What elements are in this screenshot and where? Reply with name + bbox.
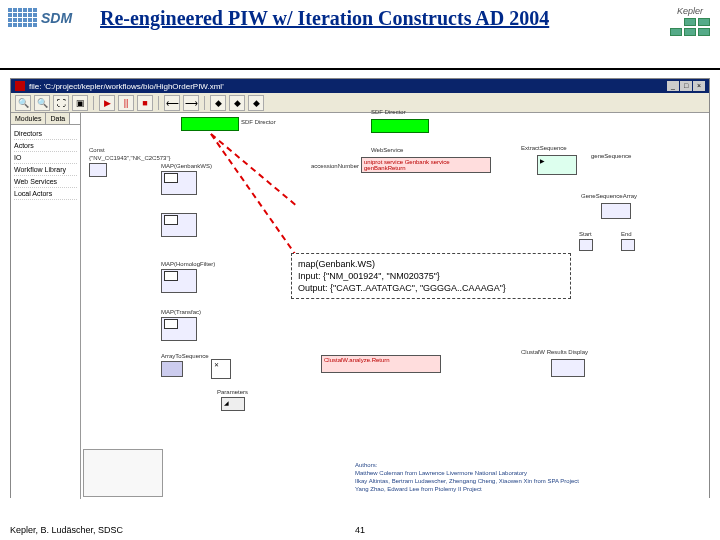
window-titlebar[interactable]: file: 'C:/project/kepler/workflows/bio/H… bbox=[11, 79, 709, 93]
play-button[interactable]: ▶ bbox=[99, 95, 115, 111]
map-transfac-label: MAP(Transfac) bbox=[161, 309, 201, 315]
const-label: Const bbox=[89, 147, 105, 153]
accession-label: accessionNumber bbox=[311, 163, 359, 169]
geneseq-label: geneSequence bbox=[591, 153, 631, 159]
maximize-button[interactable]: □ bbox=[680, 81, 692, 91]
tree-item[interactable]: Directors bbox=[14, 128, 77, 140]
sdf-director-2[interactable] bbox=[371, 119, 429, 133]
mapbox-l2: Input: {"NM_001924", "NM020375"} bbox=[298, 270, 564, 282]
page-number: 41 bbox=[355, 525, 365, 535]
map-homolog-actor[interactable] bbox=[161, 269, 197, 293]
genearr-label: GeneSequenceArray bbox=[581, 193, 637, 199]
clustalw-actor[interactable]: ClustalW.analyze.Return bbox=[321, 355, 441, 373]
const-actor[interactable] bbox=[89, 163, 107, 177]
sdm-logo: SDM bbox=[8, 8, 72, 27]
pause-button[interactable]: || bbox=[118, 95, 134, 111]
app-icon bbox=[15, 81, 25, 91]
history-icon[interactable]: ◆ bbox=[210, 95, 226, 111]
start-label: Start bbox=[579, 231, 592, 237]
genearr-actor[interactable] bbox=[601, 203, 631, 219]
authors-line: Matthew Coleman from Lawrence Livermore … bbox=[355, 469, 579, 477]
tree-item[interactable]: Actors bbox=[14, 140, 77, 152]
zoom-out-button[interactable]: 🔍 bbox=[34, 95, 50, 111]
minimize-button[interactable]: _ bbox=[667, 81, 679, 91]
extract-label: ExtractSequence bbox=[521, 145, 567, 151]
zoom-fit-button[interactable]: ⛶ bbox=[53, 95, 69, 111]
history-icon[interactable]: ◆ bbox=[248, 95, 264, 111]
extract-actor[interactable]: ▶ bbox=[537, 155, 577, 175]
end-label: End bbox=[621, 231, 632, 237]
array2seq-label: ArrayToSequence bbox=[161, 353, 209, 359]
clustalw-display-actor[interactable] bbox=[551, 359, 585, 377]
slide-title: Re-engineered PIW w/ Iteration Construct… bbox=[100, 6, 549, 30]
clustalw-res-label: ClustalW Results Display bbox=[521, 349, 588, 355]
nav-back-button[interactable]: ⟵ bbox=[164, 95, 180, 111]
tree-item[interactable]: Workflow Library bbox=[14, 164, 77, 176]
toolbar: 🔍 🔍 ⛶ ▣ ▶ || ■ ⟵ ⟶ ◆ ◆ ◆ bbox=[11, 93, 709, 113]
authors-line: Ilkay Altintas, Bertram Ludaescher, Zhen… bbox=[355, 477, 579, 485]
workflow-canvas[interactable]: SDF Director SDF Director Const {"NV_CC1… bbox=[81, 113, 709, 499]
tab-data[interactable]: Data bbox=[46, 113, 70, 124]
parameters-actor[interactable]: ◢ bbox=[221, 397, 245, 411]
close-button[interactable]: × bbox=[693, 81, 705, 91]
sidebar-tree[interactable]: Directors Actors IO Workflow Library Web… bbox=[11, 125, 80, 203]
sdm-grid-icon bbox=[8, 8, 37, 27]
window-title: file: 'C:/project/kepler/workflows/bio/H… bbox=[29, 82, 667, 91]
nav-forward-button[interactable]: ⟶ bbox=[183, 95, 199, 111]
annotation-box: map(Genbank.WS) Input: {"NM_001924", "NM… bbox=[291, 253, 571, 299]
tree-item[interactable]: IO bbox=[14, 152, 77, 164]
authors-header: Authors: bbox=[355, 461, 579, 469]
const-value: {"NV_CC1943","NK_C2C573"} bbox=[89, 155, 171, 161]
array2seq-actor[interactable] bbox=[161, 361, 183, 377]
sdf-director-1[interactable] bbox=[181, 117, 239, 131]
map-transfac-actor[interactable] bbox=[161, 317, 197, 341]
app-window: file: 'C:/project/kepler/workflows/bio/H… bbox=[10, 78, 710, 498]
clustalw-red: ClustalW.analyze.Return bbox=[324, 357, 390, 363]
mapbox-l3: Output: {"CAGT..AATATGAC", "GGGGA..CAAAG… bbox=[298, 282, 564, 294]
kepler-logo: Kepler bbox=[670, 6, 710, 36]
end-actor[interactable] bbox=[621, 239, 635, 251]
stop-button[interactable]: ■ bbox=[137, 95, 153, 111]
zoom-full-button[interactable]: ▣ bbox=[72, 95, 88, 111]
map-genbank-label: MAP(GenbankWS) bbox=[161, 163, 212, 169]
sdf-label-2: SDF Director bbox=[371, 109, 406, 115]
sidebar: Modules Data Directors Actors IO Workflo… bbox=[11, 113, 81, 499]
history-icon[interactable]: ◆ bbox=[229, 95, 245, 111]
thumbnail-view[interactable] bbox=[83, 449, 163, 497]
sdf-label-1: SDF Director bbox=[241, 119, 276, 125]
zoom-in-button[interactable]: 🔍 bbox=[15, 95, 31, 111]
parameters-label: Parameters bbox=[217, 389, 248, 395]
multiply-actor[interactable]: ✕ bbox=[211, 359, 231, 379]
webservice-actor[interactable]: uniprot service Genbank service genBankR… bbox=[361, 157, 491, 173]
authors-block: Authors: Matthew Coleman from Lawrence L… bbox=[355, 461, 579, 493]
kepler-label: Kepler bbox=[670, 6, 710, 16]
webservice-label: WebService bbox=[371, 147, 403, 153]
map-homolog-label: MAP(HomologFilter) bbox=[161, 261, 215, 267]
start-actor[interactable] bbox=[579, 239, 593, 251]
authors-line: Yang Zhao, Edward Lee from Ptolemy II Pr… bbox=[355, 485, 579, 493]
map-genbank-actor[interactable] bbox=[161, 171, 197, 195]
sdm-text: SDM bbox=[41, 10, 72, 26]
mapbox-l1: map(Genbank.WS) bbox=[298, 258, 564, 270]
tree-item[interactable]: Web Services bbox=[14, 176, 77, 188]
tab-modules[interactable]: Modules bbox=[11, 113, 46, 124]
ws-red-text: uniprot service Genbank service genBankR… bbox=[364, 159, 450, 171]
map-actor-2[interactable] bbox=[161, 213, 197, 237]
tree-item[interactable]: Local Actors bbox=[14, 188, 77, 200]
